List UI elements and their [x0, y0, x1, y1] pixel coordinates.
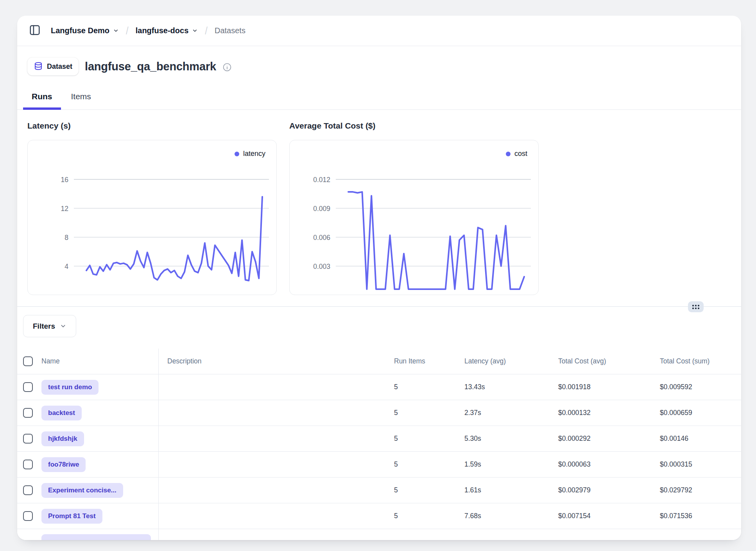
row-description-cell: [159, 478, 385, 503]
run-name-pill[interactable]: hjkfdshjk: [41, 431, 84, 446]
row-total-cost-avg-cell: $0.000063: [550, 452, 651, 477]
panel-left-icon: [29, 24, 41, 37]
row-total-cost-sum-cell: $0.000659: [651, 400, 741, 426]
row-latency-avg-cell: 2.37s: [456, 400, 550, 426]
svg-text:12: 12: [61, 205, 68, 213]
breadcrumb-environment-label: langfuse-docs: [136, 26, 189, 35]
runs-table: Name Description Run Items Latency (avg)…: [17, 349, 741, 540]
cost-line-plot: 0.0120.0090.0060.003: [290, 140, 538, 295]
filters-row: Filters: [17, 307, 741, 349]
row-name-cell: backtest: [17, 400, 159, 426]
column-label-name: Name: [41, 357, 60, 365]
filters-button[interactable]: Filters: [23, 315, 76, 337]
filters-button-label: Filters: [33, 322, 55, 331]
dataset-type-badge: Dataset: [27, 57, 79, 75]
latency-chart-title: Latency (s): [27, 120, 277, 132]
select-all-checkbox[interactable]: [23, 356, 33, 366]
header-latency-avg: Latency (avg): [456, 349, 550, 374]
table-row: Experiment concise... 5 1.61s $0.002979 …: [17, 478, 741, 503]
row-total-cost-avg-cell: $0.001918: [550, 374, 651, 400]
row-run-items-cell: 5: [385, 374, 456, 400]
legend-dot-icon: [506, 152, 511, 156]
grip-dots-icon: [692, 305, 699, 309]
breadcrumb-project-label: Langfuse Demo: [51, 26, 109, 35]
resize-grip-handle[interactable]: [688, 301, 704, 312]
row-name-cell: test run demo: [17, 374, 159, 400]
resize-divider: [17, 306, 741, 307]
row-total-cost-avg-cell: $0.000132: [550, 400, 651, 426]
page-title: langfuse_qa_benchmark: [85, 60, 216, 73]
table-row: foo78riwe 5 1.59s $0.000063 $0.000315: [17, 452, 741, 478]
svg-text:16: 16: [61, 176, 68, 184]
row-checkbox[interactable]: [23, 408, 33, 418]
chevron-down-icon: [192, 27, 198, 36]
row-total-cost-sum-cell: $0.000315: [651, 452, 741, 477]
row-checkbox[interactable]: [23, 460, 33, 469]
run-name-pill[interactable]: [41, 534, 151, 540]
row-description-cell: [159, 374, 385, 400]
header-run-items: Run Items: [385, 349, 456, 374]
cost-chart-title: Average Total Cost ($): [289, 120, 539, 132]
row-checkbox[interactable]: [23, 434, 33, 444]
tab-runs[interactable]: Runs: [23, 92, 61, 109]
run-name-pill[interactable]: foo78riwe: [41, 457, 86, 472]
breadcrumb: Langfuse Demo / langfuse-docs / Datasets: [51, 25, 245, 36]
row-checkbox[interactable]: [23, 485, 33, 495]
run-name-pill[interactable]: backtest: [41, 406, 82, 420]
header-total-cost-avg: Total Cost (avg): [550, 349, 651, 374]
row-run-items-cell: 5: [385, 426, 456, 451]
legend-dot-icon: [235, 152, 239, 156]
row-latency-avg-cell: 1.61s: [456, 478, 550, 503]
run-name-pill[interactable]: Experiment concise...: [41, 483, 123, 498]
header-description: Description: [159, 349, 385, 374]
row-description-cell: [159, 452, 385, 477]
row-total-cost-sum-cell: $0.009592: [651, 374, 741, 400]
chevron-down-icon: [60, 323, 66, 329]
charts-section: Latency (s) 161284 latency Average Total…: [17, 110, 741, 295]
run-name-pill[interactable]: test run demo: [41, 380, 99, 395]
header-name: Name: [17, 349, 159, 374]
cost-chart-group: Average Total Cost ($) 0.0120.0090.0060.…: [289, 120, 539, 295]
row-name-cell: hjkfdshjk: [17, 426, 159, 451]
row-checkbox[interactable]: [23, 511, 33, 521]
latency-chart-group: Latency (s) 161284 latency: [27, 120, 277, 295]
breadcrumb-separator: /: [126, 24, 129, 37]
sidebar-toggle-button[interactable]: [28, 24, 41, 38]
tab-bar: Runs Items: [17, 78, 741, 110]
chevron-down-icon: [113, 27, 119, 36]
info-icon[interactable]: [222, 63, 232, 72]
breadcrumb-separator: /: [205, 24, 208, 37]
database-icon: [34, 62, 43, 71]
table-body: test run demo 5 13.43s $0.001918 $0.0095…: [17, 374, 741, 529]
row-name-cell: [17, 529, 159, 540]
breadcrumb-project-selector[interactable]: Langfuse Demo: [51, 26, 119, 36]
row-total-cost-avg-cell: $0.000292: [550, 426, 651, 451]
svg-text:0.003: 0.003: [313, 263, 330, 270]
svg-text:0.006: 0.006: [313, 234, 330, 242]
page: Langfuse Demo / langfuse-docs / Datasets: [0, 0, 756, 551]
table-row: Prompt 81 Test 5 7.68s $0.007154 $0.0715…: [17, 503, 741, 529]
dataset-badge-label: Dataset: [47, 63, 72, 71]
row-checkbox[interactable]: [23, 382, 33, 392]
table-row: test run demo 5 13.43s $0.001918 $0.0095…: [17, 374, 741, 400]
svg-text:4: 4: [64, 263, 68, 270]
svg-text:0.012: 0.012: [313, 176, 330, 184]
header-total-cost-sum: Total Cost (sum): [651, 349, 741, 374]
latency-legend: latency: [235, 150, 265, 158]
run-name-pill[interactable]: Prompt 81 Test: [41, 509, 102, 524]
top-bar: Langfuse Demo / langfuse-docs / Datasets: [17, 16, 741, 46]
table-row-partial: [17, 529, 741, 540]
row-description-cell: [159, 400, 385, 426]
table-row: backtest 5 2.37s $0.000132 $0.000659: [17, 400, 741, 426]
cost-chart: 0.0120.0090.0060.003 cost: [289, 140, 539, 295]
legend-label: cost: [514, 150, 527, 158]
breadcrumb-page-label[interactable]: Datasets: [215, 26, 245, 35]
tab-items[interactable]: Items: [63, 92, 100, 109]
table-row: hjkfdshjk 5 5.30s $0.000292 $0.00146: [17, 426, 741, 452]
app-window: Langfuse Demo / langfuse-docs / Datasets: [17, 16, 741, 540]
row-run-items-cell: 5: [385, 478, 456, 503]
breadcrumb-environment-selector[interactable]: langfuse-docs: [136, 26, 198, 36]
row-latency-avg-cell: 7.68s: [456, 503, 550, 529]
row-name-cell: Prompt 81 Test: [17, 503, 159, 529]
row-run-items-cell: 5: [385, 452, 456, 477]
